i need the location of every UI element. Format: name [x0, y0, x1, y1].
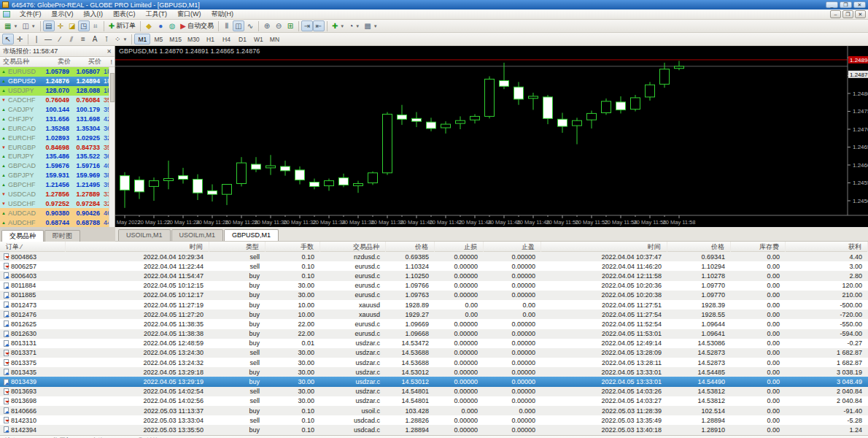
- order-row-8013375[interactable]: 80133752022.04.05 13:24:32sell30.00usdza…: [0, 358, 868, 367]
- market-row-usdcad[interactable]: ▼USDCAD1.278561.2788933: [0, 190, 115, 199]
- menu-文件[interactable]: 文件(F): [15, 9, 47, 19]
- timeframe-h1[interactable]: H1: [202, 34, 218, 45]
- market-watch-close-icon[interactable]: ✕: [106, 48, 112, 55]
- order-row-8012625[interactable]: 80126252022.04.05 11:38:35buy22.00eurusd…: [0, 319, 868, 328]
- order-row-8012630[interactable]: 80126302022.04.05 11:38:38buy22.00eurusd…: [0, 329, 868, 339]
- profiles-button[interactable]: ◫▼: [20, 20, 37, 31]
- timeframe-m5[interactable]: M5: [150, 34, 166, 45]
- market-row-eurcad[interactable]: ▲EURCAD1.352681.3530436: [0, 123, 115, 133]
- chart-tab-2[interactable]: GBPUSD,M1: [224, 229, 279, 241]
- arrows-button[interactable]: ⁘▼: [112, 34, 129, 45]
- timeframe-w1[interactable]: W1: [250, 34, 266, 45]
- order-row-8142310[interactable]: 81423102022.05.03 13:33:04sell0.10usdcad…: [0, 415, 868, 425]
- order-row-8004863[interactable]: 80048632022.04.04 10:29:34sell0.10nzdusd…: [0, 252, 868, 261]
- market-row-eurusd[interactable]: ▲EURUSD1.057891.0580718: [0, 67, 115, 77]
- market-row-gbpcad[interactable]: ▲GBPCAD1.596761.5971640: [0, 161, 115, 171]
- zoom-out-button[interactable]: ⊖: [273, 20, 284, 31]
- strategy-tester-button[interactable]: ⌗: [90, 20, 101, 31]
- order-row-8142394[interactable]: 81423942022.05.03 13:35:50buy0.10usdcad.…: [0, 425, 868, 434]
- maximize-button[interactable]: ❐: [840, 1, 852, 8]
- order-row-8013698[interactable]: 80136982022.04.05 14:02:56sell30.00usdza…: [0, 396, 868, 406]
- horizontal-line-button[interactable]: —: [42, 34, 54, 45]
- auto-scroll-button[interactable]: ⇥: [301, 20, 313, 31]
- orders-col-1[interactable]: 时间: [66, 242, 209, 252]
- order-row-8140666[interactable]: 81406662022.05.03 11:13:37buy0.10usoil.c…: [0, 406, 868, 415]
- bar-chart-mode-button[interactable]: ⫴: [221, 20, 233, 31]
- text-label-button[interactable]: ⊺: [101, 34, 112, 45]
- tile-windows-button[interactable]: ⊞: [284, 20, 296, 31]
- orders-col-5[interactable]: 价格: [386, 242, 435, 252]
- market-row-cadchf[interactable]: ▼CADCHF0.760490.7608435: [0, 96, 115, 105]
- chart-tab-1[interactable]: USOILm,M1: [171, 229, 224, 241]
- terminal-toggle-button[interactable]: ◳: [78, 20, 90, 31]
- order-row-8013435[interactable]: 80134352022.04.05 13:29:18buy30.00usdzar…: [0, 367, 868, 377]
- new-order-button[interactable]: ✚新订单: [106, 20, 138, 31]
- cursor-button[interactable]: ↖: [2, 34, 14, 45]
- market-row-eurjpy[interactable]: ▲EURJPY135.486135.52236: [0, 152, 115, 161]
- channel-button[interactable]: ⫽: [66, 34, 77, 45]
- order-row-8013693[interactable]: 80136932022.04.05 14:02:54sell30.00usdza…: [0, 387, 868, 396]
- tab-tick-chart[interactable]: 即时图: [44, 230, 80, 242]
- metaeditor-button[interactable]: ◆: [143, 20, 155, 31]
- minimize-button[interactable]: _: [826, 1, 838, 8]
- order-row-8011885[interactable]: 80118852022.04.05 10:12:17buy30.00eurusd…: [0, 291, 868, 300]
- auto-trading-button[interactable]: ▶自动交易: [178, 20, 216, 31]
- orders-col-2[interactable]: 类型: [209, 242, 266, 252]
- menu-窗口[interactable]: 窗口(W): [172, 9, 206, 19]
- orders-header-row[interactable]: 订单 ∕时间类型手数交易品种价格止损止盈时间价格库存费获利: [0, 242, 868, 252]
- close-button[interactable]: ✕: [853, 1, 866, 8]
- navigator-toggle-button[interactable]: ◪: [66, 20, 78, 31]
- line-chart-mode-button[interactable]: ∿: [244, 20, 256, 31]
- market-row-gbpjpy[interactable]: ▲GBPJPY159.931159.96938: [0, 171, 115, 180]
- orders-col-10[interactable]: 库存费: [731, 242, 786, 252]
- market-row-audchf[interactable]: ▲AUDCHF0.687440.6878844: [0, 218, 115, 227]
- templates-button[interactable]: ▩▼: [362, 20, 379, 31]
- timeframe-m15[interactable]: M15: [166, 34, 185, 45]
- menu-工具[interactable]: 工具(T): [141, 9, 173, 19]
- candlestick-mode-button[interactable]: ◫: [233, 20, 244, 31]
- data-window-button[interactable]: ✛: [55, 20, 66, 31]
- orders-col-3[interactable]: 手数: [266, 242, 320, 252]
- timeframe-m30[interactable]: M30: [185, 34, 203, 45]
- market-row-gbpusd[interactable]: ▲GBPUSD1.248761.2489418: [0, 77, 115, 86]
- fibonacci-button[interactable]: ≡: [77, 34, 89, 45]
- chart-tab-0[interactable]: USOILm,M1: [118, 229, 171, 241]
- market-row-gbpchf[interactable]: ▲GBPCHF1.214561.2149539: [0, 180, 115, 190]
- orders-col-9[interactable]: 价格: [667, 242, 731, 252]
- menu-帮助[interactable]: 帮助(H): [206, 9, 239, 19]
- child-restore-button[interactable]: ❐: [842, 10, 853, 18]
- accounts-button[interactable]: ●: [155, 20, 166, 31]
- order-row-8011884[interactable]: 80118842022.04.05 10:12:15buy30.00eurusd…: [0, 281, 868, 291]
- orders-col-4[interactable]: 交易品种: [320, 242, 386, 252]
- orders-col-6[interactable]: 止损: [435, 242, 484, 252]
- order-row-8006403[interactable]: 80064032022.04.04 11:54:47buy0.10eurusd.…: [0, 271, 868, 280]
- chart-canvas[interactable]: 1.24901.24851.24801.24751.24701.24651.24…: [115, 46, 868, 227]
- market-watch-scrollbar[interactable]: [109, 67, 115, 227]
- candlestick-chart[interactable]: 1.24901.24851.24801.24751.24701.24651.24…: [115, 46, 868, 227]
- order-row-8012476[interactable]: 80124762022.04.05 11:27:20buy10.00xauusd…: [0, 310, 868, 319]
- market-row-eurgbp[interactable]: ▼EURGBP0.846980.8473335: [0, 142, 115, 152]
- child-minimize-button[interactable]: –: [830, 10, 841, 18]
- market-row-eurchf[interactable]: ▲EURCHF1.028931.0292532: [0, 133, 115, 142]
- market-row-cadjpy[interactable]: ▲CADJPY100.144100.17935: [0, 105, 115, 115]
- timeframe-mn[interactable]: MN: [266, 34, 282, 45]
- market-watch-toggle-button[interactable]: ▤: [43, 20, 55, 31]
- child-close-button[interactable]: ✕: [855, 10, 866, 18]
- orders-col-0[interactable]: 订单 ∕: [0, 242, 66, 252]
- tab-symbols[interactable]: 交易品种: [1, 230, 44, 242]
- order-row-8013439[interactable]: 80134392022.04.05 13:29:19buy30.00usdzar…: [0, 377, 868, 386]
- order-row-8013371[interactable]: 80133712022.04.05 13:24:30sell30.00usdza…: [0, 348, 868, 358]
- order-row-8012473[interactable]: 80124732022.04.05 11:27:19buy10.00xauusd…: [0, 300, 868, 310]
- news-globe-button[interactable]: ◍: [166, 20, 178, 31]
- timeframe-h4[interactable]: H4: [218, 34, 234, 45]
- menu-插入[interactable]: 插入(I): [79, 9, 109, 19]
- chart-shift-button[interactable]: ⇤: [313, 20, 325, 31]
- order-row-8006257[interactable]: 80062572022.04.04 11:22:44sell0.10eurusd…: [0, 261, 868, 271]
- text-button[interactable]: A: [89, 34, 101, 45]
- market-row-audcad[interactable]: ▲AUDCAD0.903800.9042646: [0, 208, 115, 218]
- timeframe-d1[interactable]: D1: [234, 34, 250, 45]
- market-row-usdjpy[interactable]: ▲USDJPY128.070128.08818: [0, 86, 115, 96]
- crosshair-button[interactable]: ✛: [14, 34, 26, 45]
- order-row-8013131[interactable]: 80131312022.04.05 12:48:59buy0.01usdzar.…: [0, 339, 868, 348]
- orders-col-7[interactable]: 止盈: [484, 242, 541, 252]
